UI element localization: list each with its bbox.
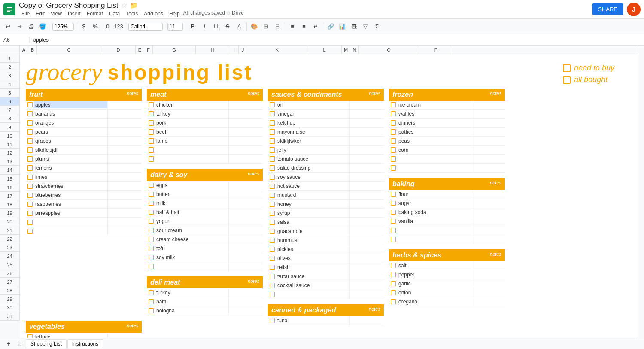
chart-button[interactable]: 📊 [337,21,347,32]
item-checkbox[interactable] [270,111,275,116]
menu-help[interactable]: Help [167,10,182,18]
redo-button[interactable]: ↪ [14,21,24,32]
item-checkbox[interactable] [149,156,154,162]
star-icon[interactable]: ☆ [121,1,127,9]
item-checkbox[interactable] [270,292,275,297]
item-checkbox[interactable] [391,281,396,286]
formula-button[interactable]: Σ [372,21,382,32]
item-checkbox[interactable] [149,192,154,197]
item-checkbox[interactable] [27,193,33,198]
menu-view[interactable]: View [48,10,64,18]
item-checkbox[interactable] [149,237,154,242]
item-checkbox[interactable] [391,237,396,242]
item-checkbox[interactable] [27,220,33,225]
filter-button[interactable]: ▽ [360,21,371,32]
item-checkbox[interactable] [27,111,33,116]
item-checkbox[interactable] [27,102,33,107]
align-middle-button[interactable]: ≡ [299,21,309,32]
item-checkbox[interactable] [270,120,275,126]
menu-insert[interactable]: Insert [65,10,83,18]
item-checkbox[interactable] [149,290,154,295]
item-checkbox[interactable] [270,220,275,225]
menu-addons[interactable]: Add-ons [141,10,166,18]
item-checkbox[interactable] [391,272,396,277]
text-wrap-button[interactable]: ↵ [310,21,321,32]
item-checkbox[interactable] [149,138,154,144]
item-checkbox[interactable] [270,247,275,252]
item-checkbox[interactable] [149,201,154,206]
undo-button[interactable]: ↩ [3,21,13,32]
menu-data[interactable]: Data [106,10,122,18]
item-checkbox[interactable] [149,308,154,313]
font-input[interactable] [128,23,163,31]
item-checkbox[interactable] [27,334,33,338]
item-checkbox[interactable] [149,264,154,269]
underline-button[interactable]: U [211,21,221,32]
item-checkbox[interactable] [270,256,275,261]
tab-instructions[interactable]: Instructions [67,339,103,348]
item-checkbox[interactable] [149,183,154,188]
item-checkbox[interactable] [391,156,396,162]
fill-color-button[interactable]: 🎨 [249,21,259,32]
item-checkbox[interactable] [27,229,33,234]
image-button[interactable]: 🖼 [349,21,359,32]
item-checkbox[interactable] [391,102,396,107]
item-checkbox[interactable] [149,120,154,126]
link-button[interactable]: 🔗 [325,21,336,32]
align-left-button[interactable]: ≡ [287,21,298,32]
add-sheet-button[interactable]: + [3,339,14,349]
merge-button[interactable]: ⊟ [272,21,283,32]
item-checkbox[interactable] [270,184,275,189]
share-button[interactable]: SHARE [592,3,623,15]
item-checkbox[interactable] [270,193,275,198]
bold-button[interactable]: B [188,21,198,32]
item-checkbox[interactable] [149,255,154,260]
item-checkbox[interactable] [149,219,154,224]
item-checkbox[interactable] [391,228,396,233]
italic-button[interactable]: I [199,21,210,32]
item-checkbox[interactable] [270,229,275,234]
borders-button[interactable]: ⊞ [261,21,271,32]
item-checkbox[interactable] [270,238,275,243]
decimal-button[interactable]: .0 [102,21,112,32]
item-checkbox[interactable] [270,274,275,279]
more-formats-button[interactable]: 123 [113,21,124,32]
item-checkbox[interactable] [270,138,275,144]
item-checkbox[interactable] [149,147,154,153]
item-checkbox[interactable] [27,120,33,126]
item-checkbox[interactable] [27,211,33,216]
zoom-input[interactable] [52,23,74,31]
menu-edit[interactable]: Edit [33,10,47,18]
item-checkbox[interactable] [149,102,154,107]
item-checkbox[interactable] [391,111,396,116]
currency-button[interactable]: $ [79,21,89,32]
menu-format[interactable]: Format [84,10,106,18]
doc-title[interactable]: Copy of Grocery Shopping List [19,1,118,10]
item-checkbox[interactable] [270,283,275,288]
item-checkbox[interactable] [391,138,396,144]
item-checkbox[interactable] [270,174,275,180]
item-checkbox[interactable] [27,202,33,207]
cell-reference[interactable]: A6 [3,37,25,43]
item-checkbox[interactable] [27,138,33,144]
item-checkbox[interactable] [270,318,275,323]
item-checkbox[interactable] [391,210,396,215]
font-size-input[interactable] [167,23,183,31]
menu-file[interactable]: File [19,10,32,18]
strikethrough-button[interactable]: S [222,21,233,32]
paint-format-button[interactable]: 🪣 [37,21,48,32]
item-checkbox[interactable] [391,192,396,197]
item-checkbox[interactable] [149,246,154,251]
menu-tools[interactable]: Tools [123,10,140,18]
item-checkbox[interactable] [270,165,275,171]
folder-icon[interactable]: 📁 [130,2,138,9]
tab-shopping-list[interactable]: Shopping List [26,339,67,348]
item-checkbox[interactable] [391,129,396,135]
formula-input[interactable] [33,37,641,43]
item-checkbox[interactable] [391,299,396,304]
user-avatar[interactable]: J [627,3,641,16]
item-checkbox[interactable] [270,147,275,153]
item-checkbox[interactable] [391,147,396,153]
item-checkbox[interactable] [149,299,154,304]
item-checkbox[interactable] [27,156,33,162]
